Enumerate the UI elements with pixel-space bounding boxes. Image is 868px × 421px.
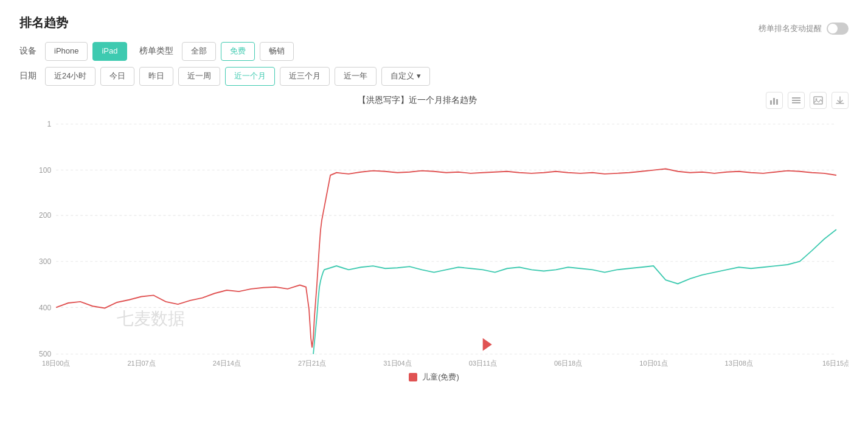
svg-point-7 <box>816 98 818 100</box>
page-title: 排名趋势 <box>19 15 68 31</box>
device-label: 设备 <box>19 46 36 57</box>
chart-svg: 1 100 200 300 400 500 18日00点 21日07点 24日1… <box>19 111 849 367</box>
svg-text:500: 500 <box>39 350 51 358</box>
device-filter-row: 设备 iPhone iPad 榜单类型 全部 免费 畅销 <box>19 42 849 61</box>
svg-text:13日08点: 13日08点 <box>725 359 753 366</box>
svg-text:100: 100 <box>39 165 51 174</box>
legend-label-children-free: 儿童(免费) <box>422 372 459 383</box>
svg-text:21日07点: 21日07点 <box>127 359 155 366</box>
chart-area: 1 100 200 300 400 500 18日00点 21日07点 24日1… <box>19 111 849 367</box>
svg-rect-3 <box>792 97 800 99</box>
svg-text:03日11点: 03日11点 <box>469 359 497 366</box>
chart-download-icon[interactable] <box>832 92 849 109</box>
svg-rect-4 <box>792 100 800 101</box>
date-today[interactable]: 今日 <box>100 67 134 86</box>
ranking-alert-toggle[interactable] <box>827 23 849 35</box>
chart-bar-icon[interactable] <box>766 92 783 109</box>
date-month[interactable]: 近一个月 <box>225 67 275 86</box>
svg-rect-2 <box>776 99 778 105</box>
date-custom[interactable]: 自定义 ▾ <box>381 67 430 86</box>
list-type-label: 榜单类型 <box>139 46 173 57</box>
svg-text:400: 400 <box>39 303 51 311</box>
date-3months[interactable]: 近三个月 <box>280 67 330 86</box>
chart-legend: 儿童(免费) <box>19 372 849 383</box>
svg-marker-30 <box>483 338 492 350</box>
svg-text:200: 200 <box>39 211 51 220</box>
svg-rect-0 <box>770 100 772 105</box>
chart-container: 【洪恩写字】近一个月排名趋势 <box>19 92 849 383</box>
list-type-all[interactable]: 全部 <box>182 42 216 61</box>
list-type-free[interactable]: 免费 <box>221 42 255 61</box>
date-week[interactable]: 近一周 <box>178 67 220 86</box>
svg-text:31日04点: 31日04点 <box>383 359 411 366</box>
device-iphone[interactable]: iPhone <box>45 42 88 61</box>
svg-text:24日14点: 24日14点 <box>213 359 241 366</box>
legend-icon-children-free <box>409 373 417 381</box>
svg-rect-5 <box>792 102 800 103</box>
date-label: 日期 <box>19 71 36 82</box>
svg-text:1: 1 <box>47 120 51 128</box>
svg-text:18日00点: 18日00点 <box>42 359 70 366</box>
chart-title: 【洪恩写字】近一个月排名趋势 <box>68 95 766 106</box>
chart-list-icon[interactable] <box>788 92 805 109</box>
date-yesterday[interactable]: 昨日 <box>139 67 173 86</box>
svg-text:27日21点: 27日21点 <box>298 359 326 366</box>
toggle-label: 榜单排名变动提醒 <box>759 23 822 34</box>
svg-text:16日15点: 16日15点 <box>822 359 849 366</box>
date-24h[interactable]: 近24小时 <box>45 67 95 86</box>
svg-rect-1 <box>773 98 775 105</box>
svg-text:06日18点: 06日18点 <box>554 359 582 366</box>
svg-text:10日01点: 10日01点 <box>639 359 667 366</box>
device-ipad[interactable]: iPad <box>92 42 127 61</box>
svg-text:300: 300 <box>39 257 51 265</box>
date-filter-row: 日期 近24小时 今日 昨日 近一周 近一个月 近三个月 近一年 自定义 ▾ <box>19 67 849 86</box>
chart-image-icon[interactable] <box>810 92 827 109</box>
date-year[interactable]: 近一年 <box>335 67 377 86</box>
list-type-paid[interactable]: 畅销 <box>260 42 294 61</box>
